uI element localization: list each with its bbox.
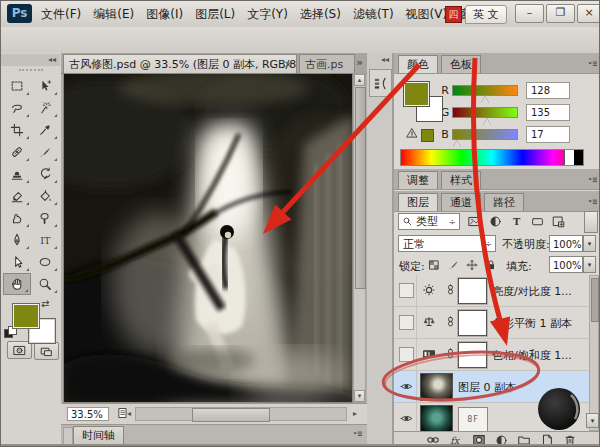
expand-dock-icon[interactable]: ◂◂: [381, 55, 389, 64]
ime-indicator[interactable]: 四 英 文: [445, 5, 507, 24]
dodge-tool[interactable]: [31, 207, 59, 229]
close-tab-icon[interactable]: ×: [284, 55, 293, 73]
maximize-button[interactable]: ❐: [546, 4, 575, 23]
filter-type-layers-icon[interactable]: T: [510, 215, 523, 228]
scroll-left-icon[interactable]: ◂: [127, 409, 131, 418]
layer-mask-thumbnail[interactable]: [458, 342, 487, 368]
history-brush-tool[interactable]: [31, 163, 59, 185]
vertical-scrollbar[interactable]: ▴ ▾: [353, 73, 366, 403]
spectrum-white-swatch[interactable]: [564, 150, 574, 165]
layer-row-3[interactable]: 图层 0 副本: [394, 371, 600, 403]
crop-tool[interactable]: [3, 119, 31, 141]
scroll-down-icon[interactable]: ▾: [354, 390, 365, 402]
menu-item-0[interactable]: 文件(F): [35, 1, 87, 27]
screen-mode-button[interactable]: [34, 342, 59, 360]
tab-color[interactable]: 颜色: [398, 55, 438, 73]
opacity-caret-icon[interactable]: ▾: [583, 235, 596, 252]
scroll-up-icon[interactable]: ▴: [354, 74, 365, 86]
layer-row-0[interactable]: 亮度/对比度 1...: [394, 275, 600, 307]
layers-scroll-down-icon[interactable]: ▾: [586, 413, 599, 428]
lasso-tool[interactable]: [3, 97, 31, 119]
ime-icon[interactable]: 四: [445, 6, 462, 23]
channel-value-r[interactable]: 128: [526, 82, 570, 99]
magic-wand-tool[interactable]: [31, 97, 59, 119]
tab-styles[interactable]: 样式: [441, 171, 481, 189]
blend-mode-dropdown[interactable]: 正常 ÷: [398, 235, 496, 252]
layer-row-4[interactable]: 8F: [394, 403, 600, 431]
spectrum-black-swatch[interactable]: [574, 150, 583, 165]
zoom-tool[interactable]: [31, 273, 59, 295]
document-canvas[interactable]: [63, 73, 353, 403]
document-tab-inactive[interactable]: 古画.ps: [299, 54, 355, 73]
channel-value-g[interactable]: 135: [526, 104, 570, 121]
color-spectrum-ramp[interactable]: [400, 149, 584, 166]
gamut-color-swatch[interactable]: [421, 129, 434, 142]
layers-panel-menu-icon[interactable]: [587, 197, 598, 208]
ime-language-button[interactable]: 英 文: [465, 5, 507, 24]
menu-item-2[interactable]: 图像(I): [140, 1, 189, 27]
layer-visibility-toggle[interactable]: [396, 307, 417, 338]
channel-slider-b[interactable]: [452, 129, 518, 140]
menu-item-1[interactable]: 编辑(E): [87, 1, 140, 27]
rectangular-marquee-tool[interactable]: [3, 75, 31, 97]
spot-healing-brush-tool[interactable]: [3, 141, 31, 163]
tab-paths[interactable]: 路径: [484, 193, 524, 211]
filter-smart-objects-icon[interactable]: [552, 215, 565, 228]
layer-mask-thumbnail[interactable]: [458, 278, 487, 304]
layer-row-2[interactable]: 色相/饱和度 1...: [394, 339, 600, 371]
document-tab-active[interactable]: 古风修图.psd @ 33.5% (图层 0 副本, RGB/8#) * ×: [63, 54, 297, 73]
filter-pixel-layers-icon[interactable]: [468, 215, 481, 228]
gamut-warning-icon[interactable]: [406, 127, 418, 139]
layer-thumbnail[interactable]: [420, 405, 453, 431]
filter-kind-dropdown[interactable]: 类型 ÷: [398, 213, 460, 230]
horizontal-scrollbar[interactable]: [135, 407, 347, 421]
timeline-menu-icon[interactable]: [352, 429, 363, 440]
layer-thumbnail[interactable]: [420, 373, 453, 401]
smudge-tool[interactable]: [3, 207, 31, 229]
type-tool[interactable]: IT: [31, 229, 59, 251]
close-button[interactable]: ×: [577, 4, 600, 23]
eyedropper-tool[interactable]: [31, 119, 59, 141]
adjustments-panel-menu-icon[interactable]: [587, 175, 598, 186]
opacity-field[interactable]: 100%: [549, 235, 583, 252]
slider-handle[interactable]: [453, 136, 461, 147]
menu-item-5[interactable]: 选择(S): [294, 1, 347, 27]
lock-position-icon[interactable]: [466, 259, 478, 271]
horizontal-scroll-thumb[interactable]: [192, 408, 270, 422]
layers-scrollbar[interactable]: [589, 275, 599, 431]
swap-colors-icon[interactable]: ⇄: [41, 298, 49, 309]
minimize-button[interactable]: –: [515, 4, 544, 23]
color-panel-menu-icon[interactable]: [587, 59, 598, 70]
tab-overflow-icon[interactable]: »: [356, 56, 363, 69]
vertical-scroll-thumb[interactable]: [355, 87, 366, 289]
path-selection-tool[interactable]: [3, 251, 31, 273]
channel-slider-r[interactable]: [452, 85, 518, 96]
lock-pixels-icon[interactable]: [447, 259, 459, 271]
filter-switch[interactable]: [584, 211, 598, 233]
foreground-color-swatch[interactable]: [12, 303, 40, 329]
zoom-level-field[interactable]: 33.5%: [67, 407, 109, 421]
layer-visibility-toggle[interactable]: [396, 339, 417, 370]
tab-layers[interactable]: 图层: [398, 193, 438, 211]
fill-caret-icon[interactable]: ▾: [583, 256, 596, 273]
pen-tool[interactable]: [3, 229, 31, 251]
menu-item-3[interactable]: 图层(L): [189, 1, 241, 27]
tab-swatches[interactable]: 色板: [441, 55, 481, 73]
layer-visibility-toggle[interactable]: [396, 371, 417, 402]
ellipse-tool[interactable]: [31, 251, 59, 273]
filter-adjustment-layers-icon[interactable]: [489, 215, 502, 228]
lock-transparency-icon[interactable]: [428, 259, 440, 271]
collapse-tools-icon[interactable]: ◂◂: [1, 54, 60, 66]
menu-item-4[interactable]: 文字(Y): [241, 1, 294, 27]
channel-slider-g[interactable]: [452, 107, 518, 118]
scroll-right-icon[interactable]: ▸: [353, 409, 357, 418]
layer-visibility-toggle[interactable]: [396, 403, 417, 431]
fill-field[interactable]: 100%: [549, 256, 583, 273]
layer-visibility-toggle[interactable]: [396, 275, 417, 306]
paint-bucket-tool[interactable]: [31, 185, 59, 207]
move-tool[interactable]: [31, 75, 59, 97]
tab-adjustments[interactable]: 调整: [398, 171, 438, 189]
eraser-tool[interactable]: [3, 185, 31, 207]
menu-item-6[interactable]: 滤镜(T): [347, 1, 400, 27]
layers-scroll-thumb[interactable]: [591, 278, 599, 322]
